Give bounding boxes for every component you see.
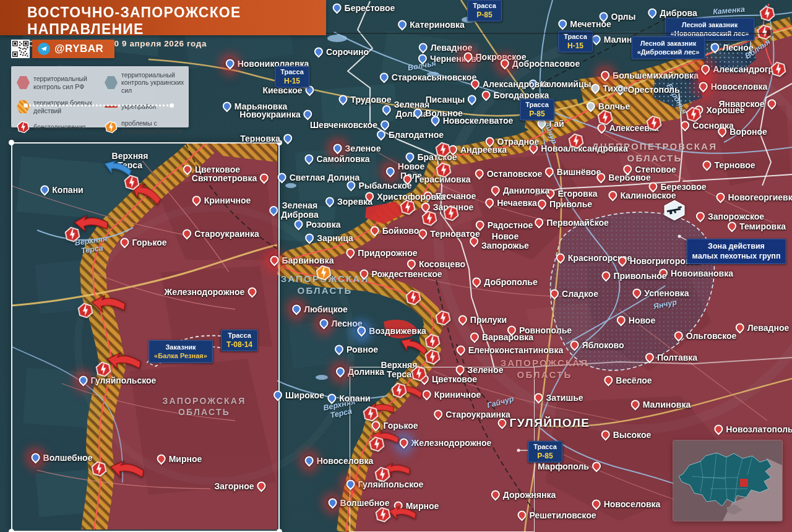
city-marker: Новоселовка <box>699 82 768 92</box>
city-pin <box>629 398 642 411</box>
city-pin <box>595 171 607 184</box>
city-pin <box>536 198 548 210</box>
city-name: Самойловка <box>316 155 369 164</box>
city-pin <box>221 100 233 113</box>
city-marker: Загорное <box>214 482 265 491</box>
city-name: Полтавка <box>657 353 697 363</box>
clash-icon <box>423 348 442 367</box>
city-pin <box>246 286 258 298</box>
city-marker: Святопетровка <box>192 174 269 183</box>
city-pin <box>646 7 658 19</box>
city-marker: Диброва <box>648 9 697 18</box>
city-marker: Остаповское <box>475 169 543 179</box>
city-pin <box>489 489 502 501</box>
city-name: Загорное <box>214 482 254 491</box>
city-pin <box>324 195 336 208</box>
city-pin <box>602 374 614 387</box>
clash-icon <box>596 108 615 127</box>
city-marker: Новогеоргиевка <box>717 193 792 202</box>
city-marker: Писанцы <box>426 95 476 105</box>
city-marker: Староукраинка <box>183 230 259 239</box>
city-name: Широкое <box>285 391 324 400</box>
city-pin <box>766 98 778 110</box>
city-name: Остаповское <box>487 169 543 179</box>
city-name: Старокасьяновское <box>392 73 476 82</box>
city-pin <box>325 392 338 405</box>
city-name: Зеленое <box>345 144 381 153</box>
road-word: Трасса <box>280 68 304 75</box>
clash-icon <box>76 301 95 320</box>
note-line: Лесной заказник <box>637 39 700 48</box>
city-marker: Прилуки <box>458 315 507 325</box>
road-number: Р-85 <box>533 451 557 460</box>
city-pin <box>258 172 270 184</box>
clash-icon <box>123 173 142 192</box>
clash-icon <box>373 465 392 484</box>
city-name: Егоровка <box>557 189 597 199</box>
city-pin <box>470 276 483 288</box>
road-number: Т-08-14 <box>226 340 252 349</box>
city-marker: Придорожное <box>346 249 417 258</box>
city-name: Диброва <box>660 9 697 18</box>
city-marker: Криничное <box>423 390 481 400</box>
city-marker: Ровнополье <box>507 326 572 335</box>
city-name: Левадное <box>431 43 473 53</box>
city-pin <box>585 100 597 113</box>
city-pin <box>344 247 356 259</box>
city-pin <box>256 480 268 492</box>
legend: территориальный контроль сил РФтерритори… <box>11 66 189 127</box>
note-box: Лесной заказник«Дибровский лес» <box>632 36 705 59</box>
city-pin <box>363 191 376 203</box>
city-pin <box>417 41 429 54</box>
note-box: Зона действиямалых пехотных групп <box>687 239 786 264</box>
city-pin <box>606 189 619 202</box>
qr-code <box>11 40 30 58</box>
banner-underline <box>326 33 767 34</box>
city-name: Терновое <box>715 161 755 170</box>
city-marker: Шевченковское <box>310 121 389 130</box>
city-marker: Гай <box>537 119 564 129</box>
city-pin <box>715 191 727 204</box>
city-marker: Новоскелеватое <box>431 116 514 126</box>
city-name: Розовка <box>306 220 341 230</box>
city-marker: Новоукраинка <box>239 110 312 119</box>
city-name: Хорошее <box>706 106 744 115</box>
city-name: Староукраинка <box>194 230 259 239</box>
city-marker: Косовцево <box>407 260 465 269</box>
clash-icon <box>769 60 788 79</box>
city-marker: Новое <box>617 316 655 325</box>
city-name: Даниловка <box>503 186 549 195</box>
legend-item-label: территориальный контроль сил РФ <box>33 75 102 90</box>
city-marker: Лесное <box>710 43 753 53</box>
telegram-icon <box>38 43 50 55</box>
city-name: Успеновка <box>644 289 689 298</box>
road-number: Р-85 <box>473 10 496 19</box>
city-marker: Горькое <box>120 238 166 247</box>
legend-item: проблемы с электроснабжением <box>105 119 185 135</box>
city-pin <box>496 417 509 429</box>
city-pin <box>38 184 51 196</box>
city-pin <box>293 218 305 231</box>
city-pin <box>332 142 344 155</box>
city-pin <box>282 132 294 145</box>
city-marker: Зеленая Диброва <box>269 201 319 220</box>
city-name: Весёлое <box>616 376 652 385</box>
city-marker: Первомайское <box>535 218 609 228</box>
city-marker: Новое Запорожье <box>470 232 529 251</box>
city-pin <box>334 366 346 378</box>
city-pin <box>119 236 131 249</box>
city-pin <box>327 497 339 509</box>
clash-icon <box>434 309 453 328</box>
city-pin <box>590 498 603 510</box>
clash-icon <box>758 4 777 24</box>
road-badge: ТрассаР-85 <box>520 99 554 121</box>
city-name: Решетиловское <box>530 511 596 520</box>
city-marker: Весёлое <box>604 376 652 385</box>
legend-item-label: территориальный контроль украинских сил <box>121 71 185 94</box>
city-pin <box>621 163 634 176</box>
road-number: Р-85 <box>525 109 549 118</box>
city-pin <box>709 41 721 54</box>
city-name: Катериновка <box>410 20 465 30</box>
city-name: Дорожнянка <box>503 491 556 500</box>
city-marker: Нечаевка <box>485 199 537 208</box>
